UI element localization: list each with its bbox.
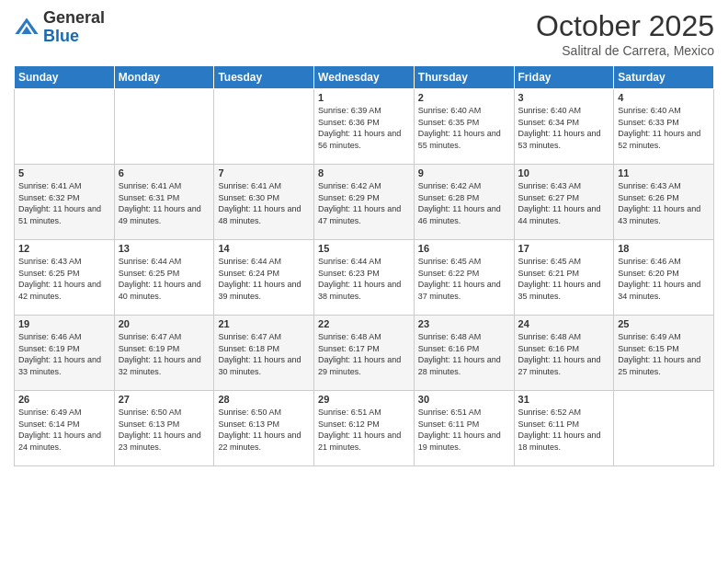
day-number: 28 bbox=[218, 394, 310, 405]
day-info: Sunrise: 6:52 AMSunset: 6:11 PMDaylight:… bbox=[518, 407, 610, 453]
calendar-cell: 5Sunrise: 6:41 AMSunset: 6:32 PMDaylight… bbox=[15, 165, 115, 240]
day-number: 23 bbox=[418, 318, 510, 329]
day-info: Sunrise: 6:42 AMSunset: 6:28 PMDaylight:… bbox=[418, 180, 510, 226]
day-info: Sunrise: 6:47 AMSunset: 6:19 PMDaylight:… bbox=[119, 331, 210, 377]
day-number: 18 bbox=[618, 243, 710, 254]
calendar-cell: 21Sunrise: 6:47 AMSunset: 6:18 PMDayligh… bbox=[214, 316, 314, 391]
day-info: Sunrise: 6:40 AMSunset: 6:33 PMDaylight:… bbox=[618, 105, 710, 151]
calendar-cell: 29Sunrise: 6:51 AMSunset: 6:12 PMDayligh… bbox=[314, 391, 415, 466]
calendar-cell: 27Sunrise: 6:50 AMSunset: 6:13 PMDayligh… bbox=[114, 391, 214, 466]
calendar-cell: 24Sunrise: 6:48 AMSunset: 6:16 PMDayligh… bbox=[514, 316, 614, 391]
day-number: 21 bbox=[218, 318, 310, 329]
calendar-cell bbox=[114, 89, 214, 165]
day-info: Sunrise: 6:47 AMSunset: 6:18 PMDaylight:… bbox=[218, 331, 310, 377]
logo-blue-text: Blue bbox=[43, 28, 105, 46]
calendar-cell: 8Sunrise: 6:42 AMSunset: 6:29 PMDaylight… bbox=[314, 165, 415, 240]
calendar-cell: 25Sunrise: 6:49 AMSunset: 6:15 PMDayligh… bbox=[614, 316, 714, 391]
day-number: 13 bbox=[119, 243, 210, 254]
calendar-cell: 30Sunrise: 6:51 AMSunset: 6:11 PMDayligh… bbox=[414, 391, 514, 466]
day-info: Sunrise: 6:45 AMSunset: 6:21 PMDaylight:… bbox=[518, 256, 610, 302]
calendar-cell: 7Sunrise: 6:41 AMSunset: 6:30 PMDaylight… bbox=[214, 165, 314, 240]
day-number: 3 bbox=[518, 92, 610, 103]
calendar-cell: 20Sunrise: 6:47 AMSunset: 6:19 PMDayligh… bbox=[114, 316, 214, 391]
calendar-week-4: 19Sunrise: 6:46 AMSunset: 6:19 PMDayligh… bbox=[15, 316, 714, 391]
header: General Blue October 2025 Salitral de Ca… bbox=[14, 9, 714, 58]
calendar-cell: 16Sunrise: 6:45 AMSunset: 6:22 PMDayligh… bbox=[414, 240, 514, 316]
day-info: Sunrise: 6:44 AMSunset: 6:24 PMDaylight:… bbox=[218, 256, 310, 302]
day-info: Sunrise: 6:44 AMSunset: 6:25 PMDaylight:… bbox=[119, 256, 210, 302]
calendar-cell: 15Sunrise: 6:44 AMSunset: 6:23 PMDayligh… bbox=[314, 240, 415, 316]
logo-general-text: General bbox=[43, 9, 105, 28]
calendar-cell bbox=[614, 391, 714, 466]
calendar-cell: 13Sunrise: 6:44 AMSunset: 6:25 PMDayligh… bbox=[114, 240, 214, 316]
calendar-week-2: 5Sunrise: 6:41 AMSunset: 6:32 PMDaylight… bbox=[15, 165, 714, 240]
weekday-header-friday: Friday bbox=[514, 66, 614, 89]
calendar-cell: 1Sunrise: 6:39 AMSunset: 6:36 PMDaylight… bbox=[314, 89, 415, 165]
day-number: 10 bbox=[518, 167, 610, 178]
day-info: Sunrise: 6:45 AMSunset: 6:22 PMDaylight:… bbox=[418, 256, 510, 302]
calendar-cell: 10Sunrise: 6:43 AMSunset: 6:27 PMDayligh… bbox=[514, 165, 614, 240]
weekday-header-thursday: Thursday bbox=[414, 66, 514, 89]
weekday-header-saturday: Saturday bbox=[614, 66, 714, 89]
day-info: Sunrise: 6:48 AMSunset: 6:16 PMDaylight:… bbox=[518, 331, 610, 377]
calendar-week-3: 12Sunrise: 6:43 AMSunset: 6:25 PMDayligh… bbox=[15, 240, 714, 316]
calendar-cell: 11Sunrise: 6:43 AMSunset: 6:26 PMDayligh… bbox=[614, 165, 714, 240]
day-number: 8 bbox=[318, 167, 410, 178]
calendar-cell: 31Sunrise: 6:52 AMSunset: 6:11 PMDayligh… bbox=[514, 391, 614, 466]
calendar-cell: 12Sunrise: 6:43 AMSunset: 6:25 PMDayligh… bbox=[15, 240, 115, 316]
logo-icon bbox=[14, 15, 40, 40]
logo-text: General Blue bbox=[43, 9, 105, 46]
day-number: 12 bbox=[18, 243, 110, 254]
calendar-cell: 28Sunrise: 6:50 AMSunset: 6:13 PMDayligh… bbox=[214, 391, 314, 466]
day-info: Sunrise: 6:48 AMSunset: 6:17 PMDaylight:… bbox=[318, 331, 410, 377]
day-info: Sunrise: 6:46 AMSunset: 6:19 PMDaylight:… bbox=[18, 331, 110, 377]
month-title: October 2025 bbox=[536, 9, 714, 43]
day-number: 26 bbox=[18, 394, 110, 405]
day-info: Sunrise: 6:41 AMSunset: 6:32 PMDaylight:… bbox=[18, 180, 110, 226]
day-number: 7 bbox=[218, 167, 310, 178]
day-info: Sunrise: 6:46 AMSunset: 6:20 PMDaylight:… bbox=[618, 256, 710, 302]
calendar-table: SundayMondayTuesdayWednesdayThursdayFrid… bbox=[14, 65, 714, 466]
calendar-cell: 26Sunrise: 6:49 AMSunset: 6:14 PMDayligh… bbox=[15, 391, 115, 466]
day-info: Sunrise: 6:43 AMSunset: 6:25 PMDaylight:… bbox=[18, 256, 110, 302]
page: General Blue October 2025 Salitral de Ca… bbox=[0, 0, 728, 563]
calendar-cell: 18Sunrise: 6:46 AMSunset: 6:20 PMDayligh… bbox=[614, 240, 714, 316]
day-number: 16 bbox=[418, 243, 510, 254]
weekday-header-wednesday: Wednesday bbox=[314, 66, 415, 89]
day-info: Sunrise: 6:40 AMSunset: 6:34 PMDaylight:… bbox=[518, 105, 610, 151]
day-number: 17 bbox=[518, 243, 610, 254]
day-number: 15 bbox=[318, 243, 410, 254]
day-info: Sunrise: 6:50 AMSunset: 6:13 PMDaylight:… bbox=[218, 407, 310, 453]
calendar-cell bbox=[15, 89, 115, 165]
weekday-header-sunday: Sunday bbox=[15, 66, 115, 89]
day-info: Sunrise: 6:42 AMSunset: 6:29 PMDaylight:… bbox=[318, 180, 410, 226]
calendar-week-5: 26Sunrise: 6:49 AMSunset: 6:14 PMDayligh… bbox=[15, 391, 714, 466]
day-info: Sunrise: 6:40 AMSunset: 6:35 PMDaylight:… bbox=[418, 105, 510, 151]
title-block: October 2025 Salitral de Carrera, Mexico bbox=[536, 9, 714, 58]
day-info: Sunrise: 6:43 AMSunset: 6:27 PMDaylight:… bbox=[518, 180, 610, 226]
weekday-header-tuesday: Tuesday bbox=[214, 66, 314, 89]
weekday-header-row: SundayMondayTuesdayWednesdayThursdayFrid… bbox=[15, 66, 714, 89]
day-number: 29 bbox=[318, 394, 410, 405]
day-info: Sunrise: 6:50 AMSunset: 6:13 PMDaylight:… bbox=[119, 407, 210, 453]
day-info: Sunrise: 6:39 AMSunset: 6:36 PMDaylight:… bbox=[318, 105, 410, 151]
day-number: 14 bbox=[218, 243, 310, 254]
day-number: 1 bbox=[318, 92, 410, 103]
day-number: 6 bbox=[119, 167, 210, 178]
calendar-cell: 9Sunrise: 6:42 AMSunset: 6:28 PMDaylight… bbox=[414, 165, 514, 240]
calendar-cell: 4Sunrise: 6:40 AMSunset: 6:33 PMDaylight… bbox=[614, 89, 714, 165]
day-number: 25 bbox=[618, 318, 710, 329]
location: Salitral de Carrera, Mexico bbox=[536, 43, 714, 58]
weekday-header-monday: Monday bbox=[114, 66, 214, 89]
day-info: Sunrise: 6:49 AMSunset: 6:14 PMDaylight:… bbox=[18, 407, 110, 453]
calendar-cell bbox=[214, 89, 314, 165]
logo: General Blue bbox=[14, 9, 105, 46]
day-number: 20 bbox=[119, 318, 210, 329]
day-info: Sunrise: 6:43 AMSunset: 6:26 PMDaylight:… bbox=[618, 180, 710, 226]
calendar-cell: 22Sunrise: 6:48 AMSunset: 6:17 PMDayligh… bbox=[314, 316, 415, 391]
day-number: 22 bbox=[318, 318, 410, 329]
day-info: Sunrise: 6:41 AMSunset: 6:31 PMDaylight:… bbox=[119, 180, 210, 226]
day-info: Sunrise: 6:48 AMSunset: 6:16 PMDaylight:… bbox=[418, 331, 510, 377]
calendar-cell: 14Sunrise: 6:44 AMSunset: 6:24 PMDayligh… bbox=[214, 240, 314, 316]
calendar-cell: 3Sunrise: 6:40 AMSunset: 6:34 PMDaylight… bbox=[514, 89, 614, 165]
